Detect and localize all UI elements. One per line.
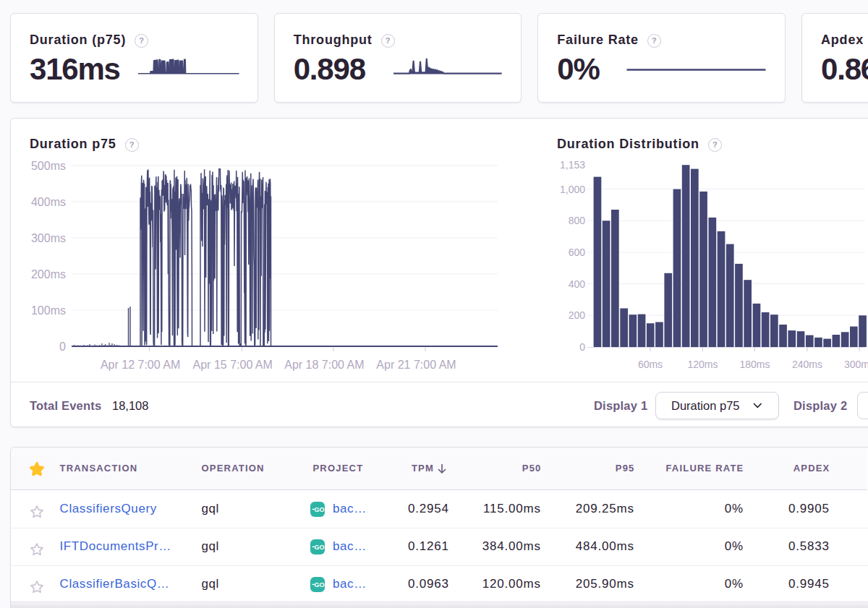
svg-text:GO: GO xyxy=(315,544,325,551)
svg-text:GO: GO xyxy=(315,506,325,513)
svg-text:GO: GO xyxy=(315,581,325,588)
